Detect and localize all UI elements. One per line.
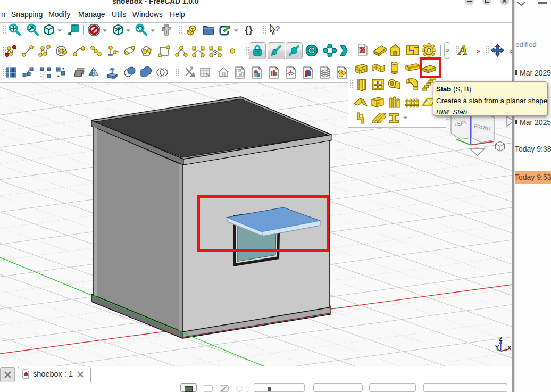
svg-text:Z: Z — [499, 336, 503, 342]
svg-text:X: X — [507, 345, 512, 351]
svg-text:?: ? — [276, 24, 280, 33]
svg-text:3: 3 — [213, 48, 217, 56]
svg-text:Y: Y — [495, 344, 499, 351]
svg-text:>: > — [291, 70, 294, 77]
